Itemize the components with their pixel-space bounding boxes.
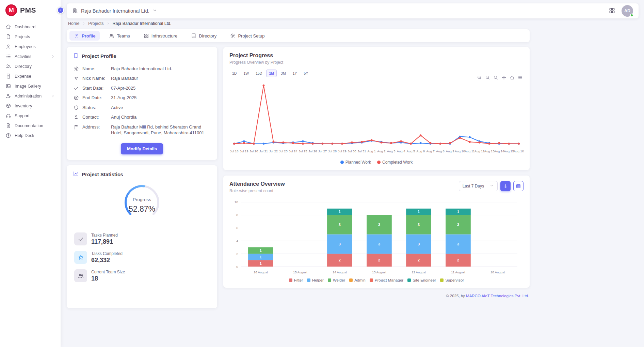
data-point[interactable] xyxy=(321,143,323,145)
sidebar: M PMS Dashboard Projects Employees Activ… xyxy=(0,0,61,347)
tab-profile[interactable]: Profile xyxy=(69,31,100,41)
data-point[interactable] xyxy=(449,142,451,144)
breadcrumb-item-raja-bahadur-international-ltd[interactable]: Raja Bahadur International Ltd. xyxy=(113,21,172,26)
sidebar-item-projects[interactable]: Projects xyxy=(0,32,61,41)
data-point[interactable] xyxy=(439,143,441,145)
data-point[interactable] xyxy=(430,142,432,144)
breadcrumb-item-home[interactable]: Home xyxy=(68,21,79,26)
data-point[interactable] xyxy=(292,142,294,144)
tab-project-setup[interactable]: Project Setup xyxy=(226,31,269,41)
data-point[interactable] xyxy=(233,143,235,145)
data-point[interactable] xyxy=(351,141,353,144)
sidebar-item-employees[interactable]: Employees xyxy=(0,42,61,51)
sidebar-item-support[interactable]: Support xyxy=(0,111,61,120)
data-point[interactable] xyxy=(312,143,314,145)
toolbar-zoom-button[interactable] xyxy=(493,75,498,80)
data-point[interactable] xyxy=(331,143,333,145)
data-point[interactable] xyxy=(361,141,363,143)
sidebar-item-dashboard[interactable]: Dashboard xyxy=(0,22,61,31)
data-point[interactable] xyxy=(459,137,461,139)
svg-text:8: 8 xyxy=(236,213,238,217)
legend-project-manager[interactable]: Project Manager xyxy=(370,278,403,282)
toolbar-menu-button[interactable] xyxy=(518,75,523,80)
legend-completed-work[interactable]: Completed Work xyxy=(377,160,413,165)
sidebar-item-administration[interactable]: Administration xyxy=(0,91,61,101)
data-point[interactable] xyxy=(390,142,392,144)
sidebar-item-expense[interactable]: Expense xyxy=(0,72,61,81)
data-point[interactable] xyxy=(498,142,500,144)
data-point[interactable] xyxy=(243,142,245,144)
tab-infrastructure[interactable]: Infrastructure xyxy=(139,31,182,41)
toolbar-zoom-in-button[interactable] xyxy=(477,75,482,80)
range-button-3m[interactable]: 3M xyxy=(278,70,289,77)
sidebar-item-directory[interactable]: Directory xyxy=(0,62,61,71)
svg-text:2: 2 xyxy=(418,258,420,262)
toolbar-zoom-out-button[interactable] xyxy=(485,75,490,80)
toolbar-home-button[interactable] xyxy=(510,75,515,80)
table-view-button[interactable] xyxy=(513,181,524,191)
legend-site-engineer[interactable]: Site Engineer xyxy=(407,278,436,282)
toolbar-pan-button[interactable] xyxy=(501,75,506,80)
app-logo[interactable]: M PMS xyxy=(0,0,61,21)
range-button-5y[interactable]: 5Y xyxy=(301,70,311,77)
data-point[interactable] xyxy=(302,143,304,145)
avatar-initials: AD xyxy=(624,9,630,13)
data-point[interactable] xyxy=(420,142,422,144)
footer-company-link[interactable]: MARCO AIoT Technologies Pvt. Ltd. xyxy=(466,294,529,298)
data-point[interactable] xyxy=(371,139,373,141)
progress-line-chart[interactable]: Jul 18Jul 19Jul 20Jul 21Jul 22Jul 23Jul … xyxy=(229,78,524,159)
company-selector[interactable]: Raja Bahadur International Ltd. xyxy=(72,7,157,15)
data-point[interactable] xyxy=(302,140,304,142)
range-button-1y[interactable]: 1Y xyxy=(290,70,300,77)
data-point[interactable] xyxy=(243,140,245,142)
tab-directory[interactable]: Directory xyxy=(187,31,221,41)
data-point[interactable] xyxy=(262,143,264,145)
data-point[interactable] xyxy=(400,140,402,142)
data-point[interactable] xyxy=(479,141,481,144)
sidebar-item-image-gallery[interactable]: Image Gallery xyxy=(0,81,61,91)
sidebar-item-documentation[interactable]: Documentation xyxy=(0,121,61,130)
data-point[interactable] xyxy=(420,134,422,136)
sidebar-item-inventory[interactable]: Inventory xyxy=(0,101,61,110)
svg-text:Aug 2: Aug 2 xyxy=(377,149,386,153)
attendance-bar-chart[interactable]: 024681011116 August15 August233114 Augus… xyxy=(229,198,524,277)
data-point[interactable] xyxy=(380,141,382,144)
data-point[interactable] xyxy=(272,141,274,143)
apps-button[interactable] xyxy=(608,6,616,16)
svg-text:3: 3 xyxy=(418,223,420,227)
range-button-1d[interactable]: 1D xyxy=(229,70,239,77)
data-point[interactable] xyxy=(410,143,412,145)
line-chart-legend: Planned Work Completed Work xyxy=(229,160,524,165)
legend-planned-work[interactable]: Planned Work xyxy=(340,160,371,165)
attendance-range-select[interactable]: Last 7 Days xyxy=(459,181,498,191)
legend-fitter[interactable]: Fitter xyxy=(289,278,303,282)
data-point[interactable] xyxy=(253,143,255,145)
range-button-15d[interactable]: 15D xyxy=(253,70,265,77)
sidebar-collapse-button[interactable] xyxy=(57,7,64,14)
breadcrumb-item-projects[interactable]: Projects xyxy=(88,21,103,26)
range-button-1m[interactable]: 1M xyxy=(266,70,277,77)
data-point[interactable] xyxy=(469,136,471,138)
legend-swatch xyxy=(370,278,373,282)
sidebar-item-help-desk[interactable]: Help Desk xyxy=(0,131,61,140)
svg-text:Aug 15: Aug 15 xyxy=(504,149,514,153)
range-button-1w[interactable]: 1W xyxy=(241,70,252,77)
tab-teams[interactable]: Teams xyxy=(104,31,134,41)
progress-gauge-arc xyxy=(120,182,164,224)
modify-details-button[interactable]: Modify Details xyxy=(121,143,163,154)
legend-supervisor[interactable]: Supervisor xyxy=(440,278,464,282)
legend-welder[interactable]: Welder xyxy=(328,278,345,282)
data-point[interactable] xyxy=(508,143,510,145)
data-point[interactable] xyxy=(262,85,264,87)
data-point[interactable] xyxy=(518,143,520,145)
data-point[interactable] xyxy=(341,143,343,145)
legend-helper[interactable]: Helper xyxy=(307,278,324,282)
data-point[interactable] xyxy=(488,143,490,145)
profile-field-address: Address: Raja Bahadur Mill Rd, behind Sh… xyxy=(73,122,211,138)
sidebar-item-activities[interactable]: Activities xyxy=(0,52,61,61)
bar-chart-view-button[interactable] xyxy=(500,181,511,191)
user-avatar[interactable]: AD xyxy=(622,5,633,17)
legend-admin[interactable]: Admin xyxy=(349,278,366,282)
data-point[interactable] xyxy=(282,141,284,144)
data-point[interactable] xyxy=(469,141,471,143)
